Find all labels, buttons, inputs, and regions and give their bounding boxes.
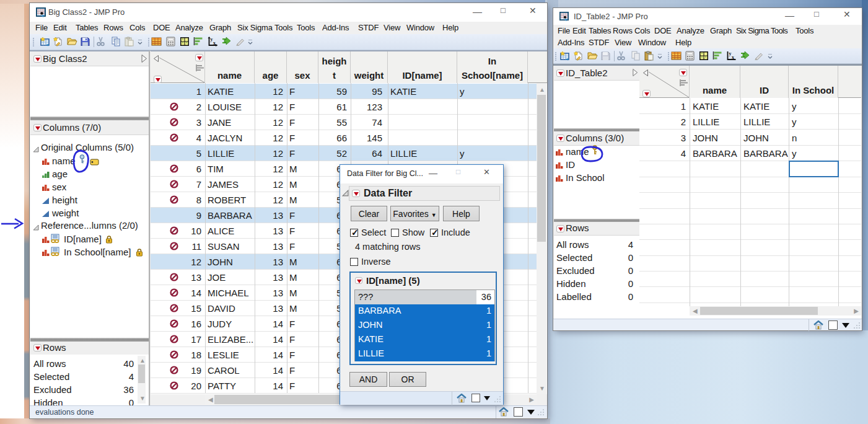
svg-text:y: y bbox=[211, 37, 213, 42]
svg-text:y: y bbox=[729, 51, 732, 56]
svg-text:x: x bbox=[732, 55, 734, 60]
svg-text:x: x bbox=[213, 40, 216, 46]
